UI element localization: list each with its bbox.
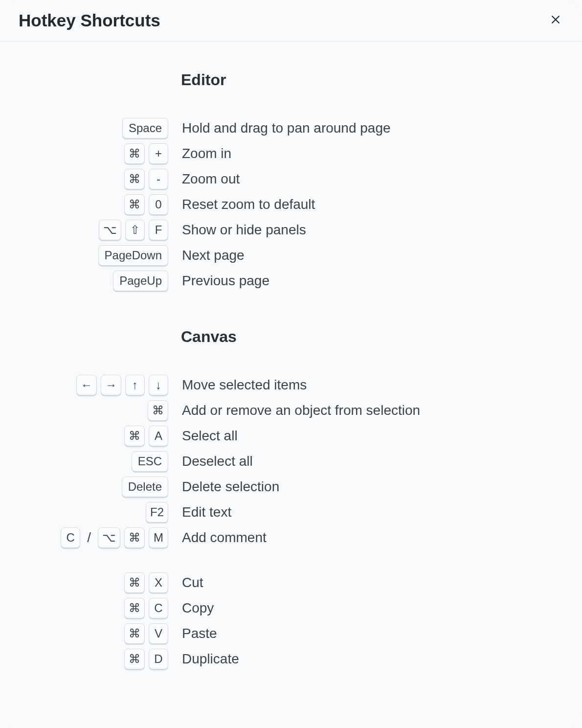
option-key: ⌥ [99,220,121,240]
dialog-body: EditorSpaceHold and drag to pan around p… [0,42,582,726]
row-spacer [0,550,582,570]
shortcut-row: PageUpPrevious page [0,268,582,294]
shortcut-description: Show or hide panels [171,222,306,238]
command-key: ⌘ [124,169,145,189]
delete-key: Delete [122,477,168,497]
0-key: 0 [149,194,168,215]
command-key: ⌘ [124,649,145,669]
shortcut-row: ⌘DDuplicate [0,646,582,672]
shortcut-keys: ⌘ [0,400,171,421]
shortcut-description: Add comment [171,530,267,546]
close-icon [549,13,562,28]
shortcut-description: Deselect all [171,454,253,469]
shortcut-description: Paste [171,626,217,641]
shortcut-row: ⌘CCopy [0,595,582,621]
combo-separator: / [84,530,94,546]
shortcut-description: Edit text [171,504,231,520]
shortcut-row: ⌘Add or remove an object from selection [0,398,582,423]
shortcut-row: C/⌥⌘MAdd comment [0,525,582,550]
arrow-right-key: → [101,375,121,395]
f-key: F [149,220,168,240]
command-key: ⌘ [124,572,145,593]
shortcut-keys: ⌘A [0,426,171,446]
close-button[interactable] [548,13,563,28]
v-key: V [149,623,168,644]
esc-key: ESC [132,451,168,472]
arrow-down-key: ↓ [149,375,168,395]
shortcut-keys: F2 [0,502,171,523]
command-key: ⌘ [124,194,145,215]
shortcut-row: PageDownNext page [0,243,582,268]
command-key: ⌘ [124,143,145,164]
shortcut-keys: PageUp [0,271,171,291]
shortcut-row: ⌘+Zoom in [0,141,582,166]
shift-key: ⇧ [125,220,145,240]
shortcut-keys: Space [0,118,171,138]
command-key: ⌘ [124,527,145,548]
shortcut-row: ESCDeselect all [0,449,582,474]
command-key: ⌘ [124,426,145,446]
shortcut-keys: ⌘0 [0,194,171,215]
command-key: ⌘ [124,623,145,644]
shortcut-description: Next page [171,248,245,263]
shortcut-row: SpaceHold and drag to pan around page [0,115,582,141]
shortcut-keys: ⌘C [0,598,171,618]
shortcut-row: F2Edit text [0,500,582,525]
shortcut-keys: ←→↑↓ [0,375,171,395]
shortcut-keys: ESC [0,451,171,472]
shortcut-keys: ⌘X [0,572,171,593]
arrow-left-key: ← [76,375,97,395]
shortcut-description: Cut [171,575,203,591]
shortcut-keys: C/⌥⌘M [0,527,171,548]
c-key: C [149,598,168,618]
section-editor: EditorSpaceHold and drag to pan around p… [0,71,582,294]
shortcut-row: ⌘VPaste [0,621,582,646]
dialog-header: Hotkey Shortcuts [0,0,582,42]
shortcuts-dialog: Hotkey Shortcuts EditorSpaceHold and dra… [0,0,582,728]
command-key: ⌘ [124,598,145,618]
shortcut-description: Previous page [171,273,269,289]
dialog-title: Hotkey Shortcuts [19,11,160,30]
shortcut-row: ⌥⇧FShow or hide panels [0,217,582,243]
shortcut-row: ⌘-Zoom out [0,166,582,192]
shortcut-row: ←→↑↓Move selected items [0,372,582,398]
m-key: M [149,527,168,548]
shortcut-keys: ⌘V [0,623,171,644]
shortcut-description: Move selected items [171,377,307,393]
x-key: X [149,572,168,593]
shortcut-keys: ⌘D [0,649,171,669]
shortcut-keys: ⌘- [0,169,171,189]
shortcut-row: ⌘XCut [0,570,582,595]
shortcut-description: Delete selection [171,479,279,495]
arrow-up-key: ↑ [125,375,145,395]
shortcut-description: Hold and drag to pan around page [171,120,391,136]
shortcut-description: Select all [171,428,238,444]
shortcut-description: Duplicate [171,651,239,667]
section-title: Editor [181,71,582,89]
shortcut-row: ⌘0Reset zoom to default [0,192,582,217]
shortcut-keys: PageDown [0,245,171,266]
shortcut-description: Reset zoom to default [171,197,315,212]
section-title: Canvas [181,328,582,346]
shortcut-description: Copy [171,600,214,616]
shortcut-description: Zoom in [171,146,231,161]
section-canvas: Canvas←→↑↓Move selected items⌘Add or rem… [0,328,582,672]
shortcut-row: ⌘ASelect all [0,423,582,449]
c-key: C [61,527,80,548]
command-key: ⌘ [148,400,168,421]
--key: - [149,169,168,189]
shortcut-keys: ⌘+ [0,143,171,164]
shortcut-row: DeleteDelete selection [0,474,582,500]
+-key: + [149,143,168,164]
d-key: D [149,649,168,669]
pageup-key: PageUp [113,271,168,291]
option-key: ⌥ [98,527,120,548]
pagedown-key: PageDown [98,245,168,266]
a-key: A [149,426,168,446]
shortcut-description: Add or remove an object from selection [171,403,420,418]
shortcut-keys: Delete [0,477,171,497]
space-key: Space [122,118,168,138]
shortcut-description: Zoom out [171,171,240,187]
f2-key: F2 [146,502,168,523]
shortcut-keys: ⌥⇧F [0,220,171,240]
